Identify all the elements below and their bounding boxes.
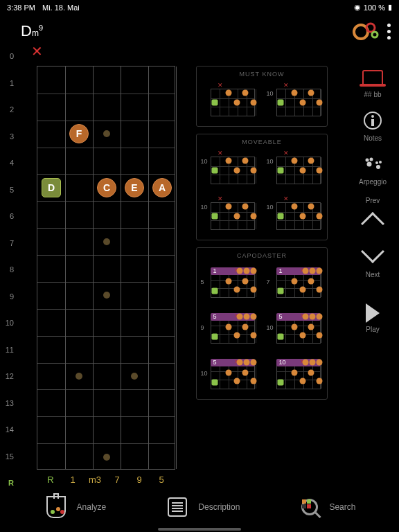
bottom-bar: Analyze Description Search	[0, 489, 399, 525]
section-moveable: MOVEABLE✕10✕10✕10✕10	[196, 134, 328, 240]
chord-shape[interactable]: 5✕10	[201, 356, 258, 395]
svg-point-11	[376, 165, 380, 169]
chord-shape[interactable]: ✕10	[267, 83, 323, 122]
note-A[interactable]: A	[152, 178, 172, 197]
svg-point-7	[370, 158, 373, 161]
svg-point-6	[366, 159, 369, 162]
chord-shape[interactable]: ✕10	[267, 151, 323, 190]
chord-shape[interactable]: ✕	[201, 83, 258, 122]
chord-shapes-panel: MUST KNOW✕✕10MOVEABLE✕10✕10✕10✕10CAPODAS…	[196, 66, 328, 484]
status-bar: 3:38 PM Mi. 18. Mai ◉ 100 % ▮	[0, 0, 399, 15]
svg-rect-15	[307, 504, 311, 508]
section-capodaster: CAPODASTER1✕51✕75✕95✕105✕1010✕	[196, 247, 328, 400]
chord-shape[interactable]: 5✕10	[267, 310, 323, 349]
svg-rect-12	[302, 499, 306, 504]
chord-shape[interactable]: 1✕7	[267, 265, 323, 303]
play-button[interactable]: Play	[366, 303, 380, 333]
document-icon	[168, 497, 187, 517]
status-time: 3:38 PM	[7, 3, 35, 12]
search-button[interactable]: Search	[299, 496, 355, 518]
note-D[interactable]: D	[42, 178, 61, 197]
svg-point-10	[379, 161, 382, 163]
svg-point-2	[372, 32, 378, 37]
note-F[interactable]: F	[69, 124, 89, 143]
search-icon	[299, 496, 321, 518]
flask-icon	[46, 496, 66, 518]
chord-shape[interactable]: ✕10	[201, 197, 258, 236]
section-must know: MUST KNOW✕✕10	[196, 66, 328, 127]
svg-rect-13	[307, 499, 311, 504]
svg-rect-14	[302, 504, 306, 508]
mute-string-icon: ✕	[31, 43, 43, 60]
svg-point-9	[375, 161, 378, 164]
wifi-icon: ◉	[354, 3, 361, 12]
svg-rect-5	[371, 119, 374, 126]
prev-label: Prev	[366, 197, 380, 204]
prev-button[interactable]	[364, 215, 381, 232]
right-sidebar: ## bb Notes Arpeggio Prev Next Play	[352, 66, 393, 333]
paw-icon	[362, 153, 384, 175]
play-icon	[366, 303, 380, 323]
chevron-up-icon	[361, 212, 384, 236]
chord-shape[interactable]: 1✕5	[201, 265, 258, 303]
svg-point-4	[371, 115, 374, 118]
fretboard[interactable]: FDCEA	[37, 66, 175, 470]
graduation-icon	[362, 70, 383, 84]
fret-numbers: 0123456789101112131415R	[1, 43, 14, 486]
note-E[interactable]: E	[125, 178, 144, 197]
home-indicator[interactable]	[158, 528, 241, 531]
status-date: Mi. 18. Mai	[42, 3, 80, 12]
description-button[interactable]: Description	[165, 495, 240, 520]
chord-shape[interactable]: 5✕9	[201, 310, 258, 349]
app-logo-icon[interactable]	[353, 21, 380, 42]
education-button[interactable]: ## bb	[362, 66, 384, 98]
battery-text: 100 %	[364, 3, 385, 12]
chevron-down-icon	[361, 240, 384, 263]
next-label: Next	[366, 271, 380, 278]
chord-name: Dm9	[21, 22, 43, 40]
arpeggio-button[interactable]: Arpeggio	[359, 153, 387, 186]
next-button[interactable]	[364, 243, 381, 260]
battery-icon: ▮	[388, 3, 392, 12]
chord-shape[interactable]: ✕10	[267, 197, 323, 236]
chord-shape[interactable]: 10✕	[267, 356, 323, 395]
chord-shape[interactable]: ✕10	[201, 151, 258, 190]
note-C[interactable]: C	[97, 178, 116, 197]
interval-row: R 1 m3 7 9 5	[37, 475, 175, 485]
svg-point-8	[367, 162, 372, 167]
menu-icon[interactable]	[387, 24, 391, 39]
analyze-button[interactable]: Analyze	[44, 495, 107, 520]
info-icon	[362, 109, 384, 132]
notes-button[interactable]: Notes	[362, 109, 384, 142]
